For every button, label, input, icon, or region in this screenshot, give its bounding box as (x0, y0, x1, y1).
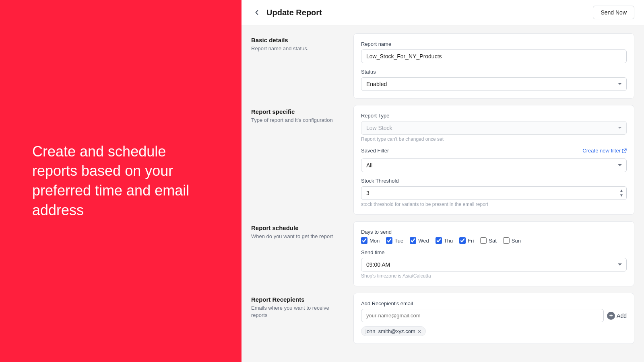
report-specific-label: Report specific Type of report and it's … (251, 105, 344, 124)
report-specific-card: Report Type Low Stock Report type can't … (353, 105, 634, 215)
report-specific-section: Report specific Type of report and it's … (251, 105, 634, 215)
report-name-label: Report name (361, 41, 627, 47)
report-type-hint: Report type can't be changed once set (361, 136, 627, 142)
back-button[interactable] (251, 7, 262, 18)
add-circle-icon: + (607, 312, 615, 320)
stock-threshold-label: Stock Threshold (361, 178, 627, 184)
spinner-up[interactable]: ▲ (619, 189, 623, 193)
checkbox-sun[interactable] (503, 237, 510, 244)
email-tag: john_smith@xyz.com × (361, 326, 426, 336)
checkbox-wed[interactable] (410, 237, 416, 244)
report-schedule-card: Days to send Mon Tue Wed (353, 221, 634, 286)
day-fri[interactable]: Fri (459, 237, 474, 244)
send-now-button[interactable]: Send Now (593, 6, 634, 19)
left-panel: Create and schedule reports based on you… (0, 0, 242, 362)
report-type-group: Report Type Low Stock Report type can't … (361, 113, 627, 142)
checkbox-tue[interactable] (386, 237, 392, 244)
report-specific-desc: Type of report and it's configuration (251, 117, 344, 124)
day-sat[interactable]: Sat (480, 237, 497, 244)
day-thu[interactable]: Thu (436, 237, 453, 244)
email-input-row: + Add (361, 309, 627, 322)
basic-details-section: Basic details Report name and status. Re… (251, 33, 634, 99)
report-type-label: Report Type (361, 113, 627, 119)
saved-filter-label: Saved Filter (361, 148, 389, 154)
report-recipients-title: Report Recepients (251, 296, 344, 303)
day-mon[interactable]: Mon (361, 237, 380, 244)
saved-filter-select[interactable]: All (361, 158, 627, 172)
stock-threshold-hint: stock threshold for variants to be prese… (361, 202, 627, 207)
page-title: Update Report (266, 8, 322, 17)
remove-email-button[interactable]: × (418, 328, 421, 334)
checkbox-thu[interactable] (436, 237, 442, 244)
header: Update Report Send Now (242, 0, 644, 25)
report-schedule-label: Report schedule When do you want to get … (251, 221, 344, 240)
report-recipients-desc: Emails where you want to receive reports (251, 304, 344, 319)
email-tag-value: john_smith@xyz.com (365, 328, 415, 334)
basic-details-title: Basic details (251, 37, 344, 43)
right-panel: Update Report Send Now Basic details Rep… (242, 0, 644, 362)
report-schedule-title: Report schedule (251, 224, 344, 231)
add-email-label: Add Recepient's email (361, 300, 627, 306)
day-wed[interactable]: Wed (410, 237, 429, 244)
report-recipients-card: Add Recepient's email + Add john_smith@x… (353, 293, 634, 344)
send-time-group: Send time 09:00 AM Shop's timezone is As… (361, 249, 627, 279)
tagline: Create and schedule reports based on you… (32, 142, 209, 220)
status-label: Status (361, 69, 627, 75)
saved-filter-group: Saved Filter Create new filter All (361, 148, 627, 172)
basic-details-label: Basic details Report name and status. (251, 33, 344, 52)
send-time-select[interactable]: 09:00 AM (361, 258, 627, 272)
report-type-select[interactable]: Low Stock (361, 121, 627, 135)
timezone-hint: Shop's timezone is Asia/Calcutta (361, 273, 627, 279)
report-schedule-desc: When do you want to get the report (251, 233, 344, 240)
report-schedule-section: Report schedule When do you want to get … (251, 221, 634, 286)
report-recipients-label: Report Recepients Emails where you want … (251, 293, 344, 319)
report-name-input[interactable] (361, 49, 627, 63)
content: Basic details Report name and status. Re… (242, 25, 644, 352)
add-email-group: Add Recepient's email + Add john_smith@x… (361, 300, 627, 336)
days-row: Mon Tue Wed Thu (361, 237, 627, 244)
status-group: Status Enabled Disabled (361, 69, 627, 91)
email-tag-list: john_smith@xyz.com × (361, 326, 627, 336)
basic-details-card: Report name Status Enabled Disabled (353, 33, 634, 99)
report-name-group: Report name (361, 41, 627, 63)
report-specific-title: Report specific (251, 108, 344, 115)
day-sun[interactable]: Sun (503, 237, 521, 244)
stock-threshold-input[interactable] (361, 186, 627, 200)
email-input[interactable] (361, 309, 604, 322)
external-link-icon (622, 148, 627, 153)
days-to-send-group: Days to send Mon Tue Wed (361, 229, 627, 244)
days-to-send-label: Days to send (361, 229, 627, 235)
checkbox-sat[interactable] (480, 237, 487, 244)
stock-threshold-group: Stock Threshold ▲ ▼ stock threshold for … (361, 178, 627, 207)
number-spinners: ▲ ▼ (619, 189, 623, 197)
status-select[interactable]: Enabled Disabled (361, 77, 627, 91)
saved-filter-row: Saved Filter Create new filter (361, 148, 627, 154)
report-recipients-section: Report Recepients Emails where you want … (251, 293, 634, 344)
add-email-button[interactable]: + Add (607, 312, 627, 320)
stock-threshold-wrapper: ▲ ▼ (361, 186, 627, 200)
send-time-label: Send time (361, 249, 627, 255)
checkbox-mon[interactable] (361, 237, 367, 244)
header-left: Update Report (251, 7, 322, 18)
checkbox-fri[interactable] (459, 237, 466, 244)
day-tue[interactable]: Tue (386, 237, 403, 244)
basic-details-desc: Report name and status. (251, 45, 344, 52)
spinner-down[interactable]: ▼ (619, 193, 623, 197)
create-filter-link[interactable]: Create new filter (582, 148, 627, 154)
